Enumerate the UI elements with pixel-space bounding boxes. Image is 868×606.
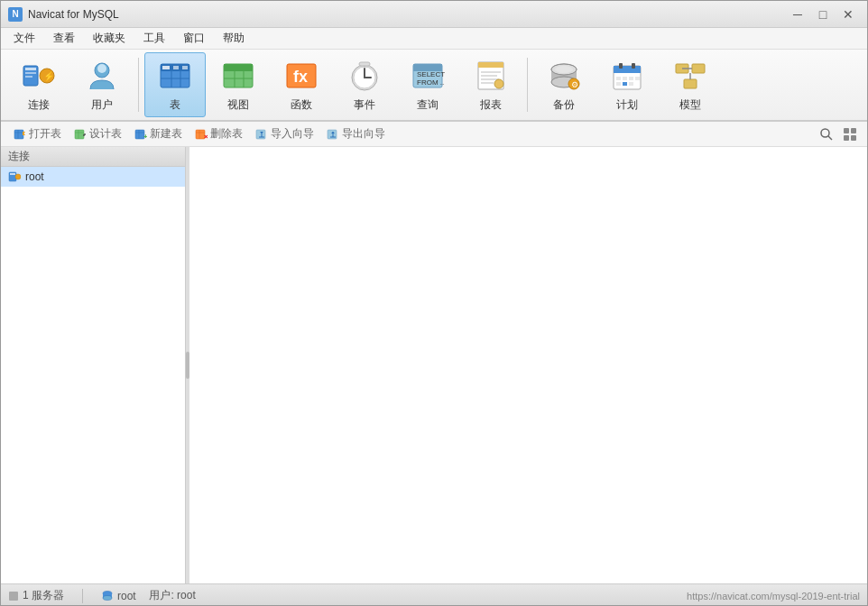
- maximize-button[interactable]: □: [811, 5, 835, 23]
- delete-table-button[interactable]: × 删除表: [189, 124, 248, 144]
- open-table-icon: [14, 128, 26, 141]
- sub-toolbar-right: [817, 124, 860, 144]
- import-wizard-icon: [255, 128, 268, 141]
- svg-rect-60: [684, 79, 697, 88]
- toolbar-backup-button[interactable]: ⚙ 备份: [533, 52, 595, 117]
- event-label: 事件: [354, 97, 375, 113]
- svg-rect-36: [481, 75, 497, 77]
- user-icon: [84, 58, 120, 94]
- status-separator: [82, 589, 83, 603]
- svg-rect-17: [224, 64, 253, 71]
- svg-rect-53: [629, 77, 633, 80]
- design-table-button[interactable]: 设计表: [69, 124, 127, 144]
- svg-rect-50: [632, 63, 635, 69]
- model-icon: [672, 58, 708, 94]
- toolbar-table-button[interactable]: 表: [144, 52, 206, 117]
- svg-rect-48: [614, 66, 641, 73]
- toolbar-report-button[interactable]: 报表: [460, 52, 522, 117]
- svg-point-91: [15, 174, 21, 179]
- svg-rect-3: [25, 76, 32, 78]
- toolbar-event-button[interactable]: 事件: [334, 52, 395, 117]
- svg-rect-57: [629, 82, 633, 86]
- svg-text:+: +: [143, 133, 147, 141]
- svg-text:fx: fx: [293, 68, 308, 86]
- svg-rect-56: [623, 82, 627, 86]
- toolbar-connect-button[interactable]: ⚡ 连接: [8, 52, 69, 117]
- schedule-icon: [609, 58, 645, 94]
- menu-help[interactable]: 帮助: [214, 29, 254, 49]
- tree-view: root: [1, 167, 185, 583]
- svg-rect-63: [14, 130, 23, 139]
- svg-rect-2: [25, 72, 36, 74]
- report-label: 报表: [480, 97, 502, 113]
- status-bar: 1 服务器 root 用户: root https://navicat.com/…: [1, 583, 867, 606]
- svg-rect-51: [616, 77, 621, 80]
- toolbar-separator-1: [138, 58, 139, 112]
- toolbar-function-button[interactable]: fx 函数: [271, 52, 332, 117]
- toolbar-model-button[interactable]: 模型: [660, 52, 721, 117]
- toolbar-schedule-button[interactable]: 计划: [596, 52, 658, 117]
- toolbar-user-button[interactable]: 用户: [71, 52, 133, 117]
- delete-table-icon: ×: [195, 128, 208, 141]
- new-table-button[interactable]: + 新建表: [129, 124, 188, 144]
- report-icon: [473, 58, 509, 94]
- svg-rect-13: [162, 66, 170, 69]
- svg-rect-35: [481, 71, 501, 73]
- svg-rect-87: [844, 135, 849, 141]
- tree-item-root[interactable]: root: [1, 167, 185, 187]
- svg-point-95: [103, 595, 112, 600]
- schedule-label: 计划: [616, 97, 638, 113]
- query-label: 查询: [417, 97, 439, 113]
- toolbar-query-button[interactable]: SELECT * FROM ... 查询: [397, 52, 458, 117]
- svg-rect-54: [635, 77, 640, 80]
- url-status: https://navicat.com/mysql-2019-ent-trial: [687, 591, 860, 601]
- table-icon: [157, 58, 193, 94]
- svg-rect-88: [851, 135, 856, 141]
- svg-rect-66: [75, 130, 84, 139]
- svg-rect-34: [478, 62, 503, 68]
- title-bar: N Navicat for MySQL ─ □ ✕: [1, 1, 867, 28]
- event-icon: [346, 58, 383, 94]
- app-icon: N: [8, 7, 23, 22]
- main-content: 连接 root: [1, 147, 867, 583]
- table-label: 表: [170, 97, 180, 113]
- connect-icon: ⚡: [21, 58, 57, 94]
- minimize-button[interactable]: ─: [786, 5, 809, 23]
- connection-icon: [8, 170, 21, 183]
- function-label: 函数: [291, 97, 312, 113]
- user-label: 用户: [91, 97, 113, 113]
- function-icon: fx: [283, 58, 319, 94]
- menu-favorites[interactable]: 收藏夹: [84, 29, 134, 49]
- menu-view[interactable]: 查看: [44, 29, 84, 49]
- menu-bar: 文件 查看 收藏夹 工具 窗口 帮助: [1, 28, 867, 50]
- svg-point-83: [821, 129, 829, 137]
- export-wizard-button[interactable]: 导出向导: [321, 124, 391, 144]
- svg-point-39: [494, 79, 503, 88]
- menu-file[interactable]: 文件: [5, 29, 44, 49]
- svg-rect-85: [844, 128, 849, 133]
- svg-rect-52: [623, 77, 627, 80]
- search-button[interactable]: [817, 124, 836, 144]
- toolbar-view-button[interactable]: 视图: [208, 52, 269, 117]
- panel-resizer[interactable]: [186, 147, 189, 583]
- svg-rect-14: [173, 66, 179, 69]
- open-table-button[interactable]: 打开表: [8, 124, 67, 144]
- svg-rect-28: [359, 62, 370, 66]
- close-button[interactable]: ✕: [836, 5, 860, 23]
- toolbar-separator-2: [527, 58, 528, 112]
- root-label: root: [25, 170, 44, 183]
- backup-icon: ⚙: [546, 58, 582, 94]
- svg-text:⚙: ⚙: [571, 80, 578, 89]
- view-icon: [220, 58, 256, 94]
- svg-text:⚡: ⚡: [43, 70, 55, 82]
- grid-view-button[interactable]: [840, 124, 860, 144]
- svg-text:×: ×: [204, 133, 208, 141]
- svg-rect-49: [619, 63, 623, 69]
- svg-line-84: [828, 136, 832, 140]
- import-wizard-button[interactable]: 导入向导: [250, 124, 319, 144]
- menu-window[interactable]: 窗口: [174, 29, 214, 49]
- backup-label: 备份: [553, 97, 575, 113]
- menu-tools[interactable]: 工具: [134, 29, 174, 49]
- svg-rect-1: [25, 68, 36, 70]
- svg-rect-92: [9, 592, 18, 601]
